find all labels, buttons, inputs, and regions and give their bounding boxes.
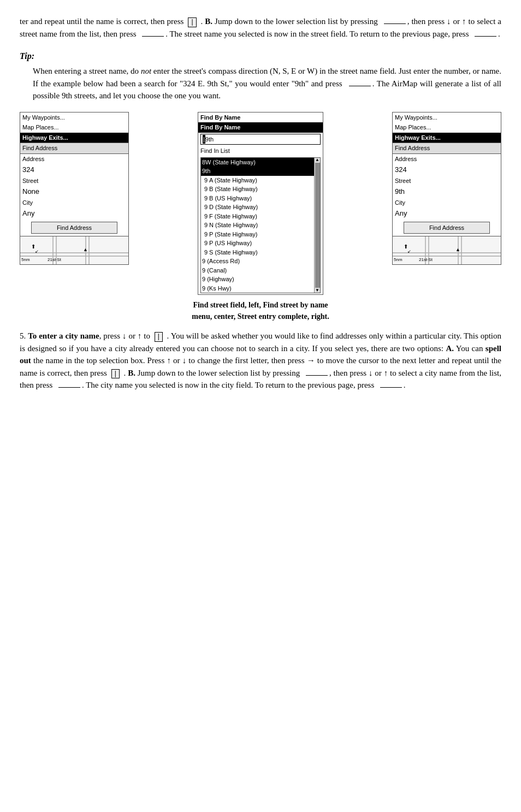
right-map-label-21st: 21st·St [419, 257, 433, 263]
left-street-value: None [20, 186, 128, 198]
scroll-up-arrow[interactable]: ▲ [315, 158, 319, 162]
section5-pipe-key2: | [111, 369, 120, 379]
right-menu-item-highway[interactable]: Highway Exits... [393, 133, 501, 143]
right-city-value: Any [393, 208, 501, 220]
tip-section: Tip: When entering a street name, do not… [20, 50, 501, 102]
pipe-key: | [188, 17, 196, 27]
tip-body: When entering a street name, do not ente… [33, 65, 501, 102]
panels-caption-line2: menu, center, Street entry complete, rig… [192, 312, 329, 321]
left-menu-item-waypoints[interactable]: My Waypoints... [20, 112, 128, 123]
center-panel: Find By Name Find By Name |9th Find In L… [198, 112, 323, 295]
panels-caption: Find street field, left, Find street by … [20, 299, 501, 322]
right-menu-item-map-places[interactable]: Map Places... [393, 122, 501, 133]
intro-paragraph: ter and repeat until the name is correct… [20, 15, 501, 40]
left-panel: My Waypoints... Map Places... Highway Ex… [20, 112, 129, 265]
right-city-label: City [393, 198, 501, 208]
left-find-address-button[interactable]: Find Address [31, 222, 117, 234]
right-menu-item-waypoints[interactable]: My Waypoints... [393, 112, 501, 123]
center-list-item-9p-us[interactable]: 9 P (US Highway) [201, 239, 314, 248]
left-map-label-21st: 21st·St [48, 257, 61, 263]
center-list-item-9a[interactable]: 9 A (State Highway) [201, 176, 314, 185]
right-street-value: 9th [393, 186, 501, 198]
scroll-down-arrow[interactable]: ▼ [315, 288, 319, 293]
center-list-item-9b-state[interactable]: 9 B (State Highway) [201, 185, 314, 194]
tip-label: Tip: [20, 50, 501, 63]
section5-paragraph: 5. To enter a city name, press ↓ or ↑ to… [20, 330, 501, 392]
left-address-value: 324 [20, 164, 128, 176]
center-list-item-9-ks-hwy[interactable]: 9 (Ks Hwy) [201, 284, 314, 293]
section5-pipe-key: | [155, 332, 163, 342]
center-list-items: 8W (State Highway) 9th 9 A (State Highwa… [201, 158, 314, 293]
center-list-item-9b-us[interactable]: 9 B (US Highway) [201, 194, 314, 203]
right-panel: My Waypoints... Map Places... Highway Ex… [392, 112, 501, 265]
center-list-item-9-highway[interactable]: 9 (Highway) [201, 275, 314, 284]
center-list-item-9p-state[interactable]: 9 P (State Highway) [201, 230, 314, 239]
right-street-label: Street [393, 176, 501, 186]
center-header2: Find By Name [198, 122, 323, 133]
right-find-address-button[interactable]: Find Address [404, 222, 490, 234]
svg-text:↙: ↙ [407, 249, 411, 254]
left-city-value: Any [20, 208, 128, 220]
center-header1: Find By Name [198, 112, 323, 123]
center-scrollbar[interactable]: ▲ ▼ [314, 158, 320, 293]
center-list-item-8w[interactable]: 8W (State Highway) [201, 158, 314, 167]
right-map-label-5nm: 5nm [394, 257, 402, 263]
left-section-header: Find Address [20, 143, 128, 154]
center-list: 8W (State Highway) 9th 9 A (State Highwa… [200, 157, 321, 294]
center-list-item-9d[interactable]: 9 D (State Highway) [201, 203, 314, 212]
center-list-item-9th[interactable]: 9th [201, 167, 314, 176]
svg-text:▲: ▲ [455, 247, 460, 252]
panels-caption-line1: Find street field, left, Find street by … [193, 301, 328, 309]
center-input-value: 9th [205, 135, 214, 144]
center-list-item-9-access[interactable]: 9 (Access Rd) [201, 257, 314, 266]
right-map-area: ⬆ ↙ ▲ 21st·St 5nm [393, 236, 501, 264]
center-list-item-9n[interactable]: 9 N (State Highway) [201, 221, 314, 230]
scroll-thumb [315, 163, 320, 288]
left-menu-item-highway[interactable]: Highway Exits... [20, 133, 128, 143]
center-find-in-list-label: Find In List [198, 146, 323, 156]
left-menu-item-map-places[interactable]: Map Places... [20, 122, 128, 133]
left-street-label: Street [20, 176, 128, 186]
left-city-label: City [20, 198, 128, 208]
center-list-item-9-canal[interactable]: 9 (Canal) [201, 266, 314, 275]
left-map-label-5nm: 5nm [21, 257, 30, 263]
right-address-label: Address [393, 154, 501, 164]
center-input-field[interactable]: |9th [200, 134, 321, 145]
center-list-item-9f[interactable]: 9 F (State Highway) [201, 212, 314, 221]
right-address-value: 324 [393, 164, 501, 176]
svg-text:↙: ↙ [35, 249, 39, 254]
right-section-header: Find Address [393, 143, 501, 154]
center-list-container: 8W (State Highway) 9th 9 A (State Highwa… [200, 157, 321, 294]
center-list-item-9s[interactable]: 9 S (State Highway) [201, 248, 314, 257]
left-address-label: Address [20, 154, 128, 164]
left-map-area: ⬆ ↙ ▲ 21st·St 5nm [20, 236, 128, 264]
svg-text:▲: ▲ [83, 247, 88, 252]
panels-container: My Waypoints... Map Places... Highway Ex… [20, 112, 501, 295]
